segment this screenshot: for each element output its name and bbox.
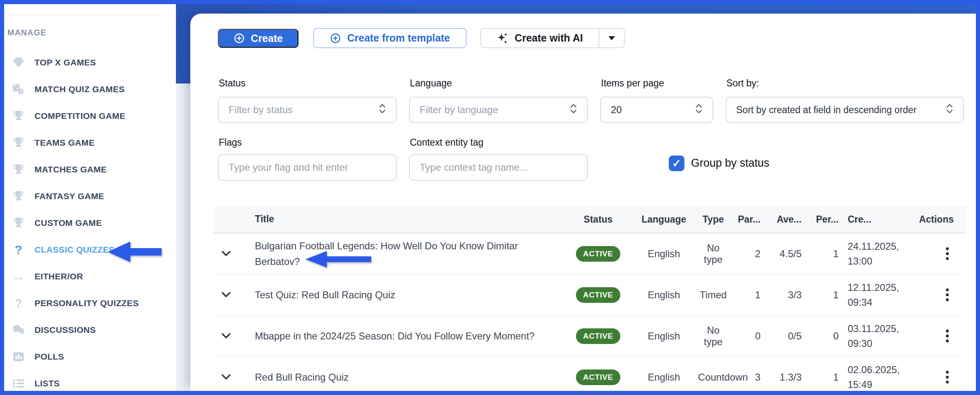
screenshot-frame: MANAGE TOP X GAMES MATCH QUIZ GAMES [0,0,980,395]
quiz-created: 12.11.2025, 09:34 [843,276,904,314]
quiz-type: Countdown [695,367,732,387]
items-per-page-label: Items per page [601,78,664,89]
quiz-average: 3/3 [765,285,806,305]
create-with-ai-split-button: Create with AI [480,28,625,48]
main-content-card: Create Create from template Create [190,14,976,391]
select-chevrons-icon [946,103,953,117]
header-percent: Per... [806,210,843,229]
sidebar-item-personality-quizzes[interactable]: ? PERSONALITY QUIZZES [4,290,176,316]
sidebar-item-matches-game[interactable]: MATCHES GAME [4,156,176,183]
table-row: Red Bull Racing Quiz ACTIVE English Coun… [214,357,966,391]
row-actions-menu-button[interactable] [943,327,951,345]
sidebar-section-label: MANAGE [7,28,46,37]
dice-icon [9,82,28,96]
sidebar-item-match-quiz-games[interactable]: MATCH QUIZ GAMES [4,76,176,102]
sidebar: MANAGE TOP X GAMES MATCH QUIZ GAMES [4,4,176,391]
select-chevrons-icon [570,103,577,117]
quiz-average: 0/5 [765,326,806,346]
status-badge: ACTIVE [576,328,620,344]
quiz-language: English [633,244,695,264]
create-with-ai-dropdown-toggle[interactable] [599,29,624,47]
header-language: Language [633,210,695,229]
header-status: Status [563,210,633,229]
trophy-icon [9,136,28,149]
sidebar-item-fantasy-game[interactable]: FANTASY GAME [4,183,176,209]
list-icon [9,377,28,390]
sidebar-item-either-or[interactable]: ↔ EITHER/OR [4,263,176,290]
flags-input[interactable] [218,154,397,181]
language-filter-select[interactable]: Filter by language [409,97,588,123]
quiz-title[interactable]: Mbappe in the 2024/25 Season: Did You Fo… [238,324,543,348]
quiz-title[interactable]: Test Quiz: Red Bull Racing Quiz [238,283,543,307]
quiz-participants: 3 [732,367,765,387]
sidebar-item-custom-game[interactable]: CUSTOM GAME [4,209,176,236]
quiz-average: 1.3/3 [765,367,806,387]
quiz-created: 24.11.2025, 13:00 [843,235,904,273]
annotation-arrow-classic-quizzes [108,242,162,262]
quiz-title[interactable]: Bulgarian Football Legends: How Well Do … [238,234,543,273]
create-from-template-button[interactable]: Create from template [313,28,467,48]
header-actions: Actions [904,210,966,229]
group-by-status-checkbox[interactable] [669,156,684,171]
sidebar-item-lists[interactable]: LISTS [4,370,176,391]
chat-bubbles-icon [9,323,28,337]
sort-by-select[interactable]: Sort by created at field in descending o… [726,97,964,123]
trophy-icon [9,190,28,203]
quiz-percent: 1 [806,285,843,305]
quiz-type: No type [695,238,732,270]
flags-filter-label: Flags [219,137,242,148]
quiz-type: Timed [695,285,732,305]
context-entity-tag-label: Context entity tag [410,137,483,148]
sidebar-menu: TOP X GAMES MATCH QUIZ GAMES COMPETITION… [4,49,176,391]
status-badge: ACTIVE [576,287,620,303]
sidebar-item-top-x-games[interactable]: TOP X GAMES [4,49,176,76]
sparkles-icon [497,32,509,44]
row-actions-menu-button[interactable] [943,245,951,263]
row-actions-menu-button[interactable] [943,368,951,386]
sidebar-item-competition-game[interactable]: COMPETITION GAME [4,102,176,129]
row-expand-button[interactable] [214,288,238,302]
quiz-language: English [633,285,695,305]
quiz-language: English [633,367,695,387]
quiz-percent: 1 [806,244,843,264]
trophy-icon [9,163,28,176]
create-button[interactable]: Create [218,29,298,48]
sidebar-item-discussions[interactable]: DISCUSSIONS [4,316,176,343]
table-row: Mbappe in the 2024/25 Season: Did You Fo… [214,316,966,357]
question-mark-icon: ? [9,297,28,309]
quiz-title[interactable]: Red Bull Racing Quiz [238,365,543,389]
quiz-participants: 1 [732,285,765,305]
row-expand-button[interactable] [214,246,238,261]
quiz-percent: 0 [806,326,843,346]
create-with-ai-button[interactable]: Create with AI [481,29,599,47]
sidebar-divider [4,16,160,16]
quiz-participants: 2 [732,244,765,264]
plus-circle-icon [233,33,245,44]
header-title: Title [238,208,543,231]
row-expand-button[interactable] [214,329,238,343]
sidebar-item-teams-game[interactable]: TEAMS GAME [4,129,176,156]
items-per-page-select[interactable]: 20 [600,97,713,123]
language-filter-label: Language [410,78,452,89]
quiz-percent: 1 [806,367,843,387]
context-tag-input[interactable] [409,154,588,181]
header-average: Ave... [765,210,806,229]
sidebar-item-polls[interactable]: POLLS [4,343,176,370]
status-badge: ACTIVE [576,369,620,385]
header-participants: Par... [732,210,765,229]
header-created: Cre... [843,208,904,231]
group-by-status-label[interactable]: Group by status [691,157,770,170]
table-row: Test Quiz: Red Bull Racing Quiz ACTIVE E… [214,274,966,316]
annotation-arrow-quiz-title [305,251,371,267]
app-window: MANAGE TOP X GAMES MATCH QUIZ GAMES [4,4,976,391]
row-expand-button[interactable] [214,370,238,384]
status-filter-select[interactable]: Filter by status [218,97,397,123]
sort-by-label: Sort by: [726,78,759,89]
question-mark-icon: ? [9,244,28,256]
select-chevrons-icon [695,103,703,117]
quiz-type: No type [695,321,732,352]
caret-down-icon [608,36,615,40]
quiz-participants: 0 [732,326,765,346]
row-actions-menu-button[interactable] [943,286,951,304]
plus-circle-icon [330,33,341,44]
